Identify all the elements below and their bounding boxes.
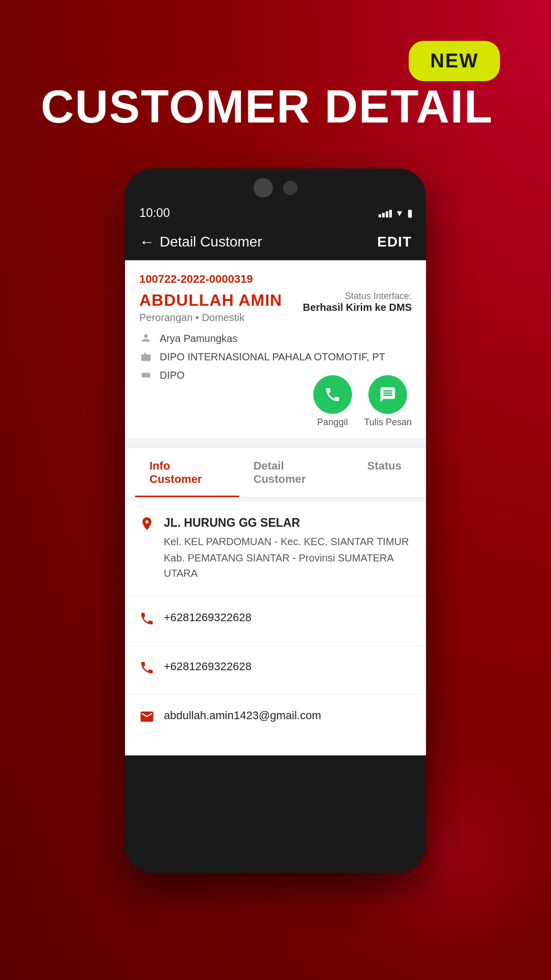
edit-button[interactable]: EDIT [377,234,412,250]
signal-icon [379,208,392,217]
phone2-item: +6281269322628 [139,658,412,679]
svg-point-4 [143,375,144,376]
address-kabprov: Kab. PEMATANG SIANTAR - Provinsi SUMATER… [164,550,412,581]
call-label: Panggil [317,417,348,428]
hero-title: CUSTOMER DETAIL [41,82,493,132]
tab-detail-customer[interactable]: Detail Customer [239,448,353,497]
status-bar: 10:00 ▾ ▮ [125,202,426,224]
customer-card: 100722-2022-0000319 ABDULLAH AMIN Perora… [125,260,426,438]
action-row: Panggil Tulis Pesan [313,375,412,428]
call-button[interactable] [313,375,352,414]
message-action[interactable]: Tulis Pesan [364,375,412,428]
location-icon [139,516,155,535]
info-section: JL. HURUNG GG SELAR Kel. KEL PARDOMUAN -… [125,502,426,755]
phone1-icon [139,611,155,630]
status-icons: ▾ ▮ [379,207,412,219]
message-label: Tulis Pesan [364,417,412,428]
email-icon [139,709,155,728]
customer-header: ABDULLAH AMIN Perorangan • Domestik Stat… [139,291,412,324]
phone1-item: +6281269322628 [139,609,412,630]
divider-3 [125,694,426,695]
message-button[interactable] [368,375,407,414]
tag-icon [139,369,153,382]
wifi-icon: ▾ [397,207,402,219]
new-badge: NEW [409,41,500,81]
customer-id: 100722-2022-0000319 [139,273,412,286]
phone-screen: 100722-2022-0000319 ABDULLAH AMIN Perora… [125,260,426,755]
address-kelkec: Kel. KEL PARDOMUAN - Kec. KEC. SIANTAR T… [164,534,412,549]
call-action[interactable]: Panggil [313,375,352,428]
app-header: ← Detail Customer EDIT [125,224,426,260]
email-item: abdullah.amin1423@gmail.com [139,707,412,728]
address-item: JL. HURUNG GG SELAR Kel. KEL PARDOMUAN -… [139,514,412,581]
dealer-row: DIPO INTERNASIONAL PAHALA OTOMOTIF, PT [139,350,412,363]
tab-bar: Info Customer Detail Customer Status [125,448,426,498]
back-button[interactable]: ← Detail Customer [139,233,262,251]
svg-point-0 [144,334,147,338]
tab-info-customer[interactable]: Info Customer [135,448,239,497]
battery-icon: ▮ [407,207,412,219]
address-text: JL. HURUNG GG SELAR Kel. KEL PARDOMUAN -… [164,514,412,581]
divider-1 [125,596,426,597]
email-address: abdullah.amin1423@gmail.com [164,707,321,724]
svg-rect-2 [144,356,145,358]
dealer-name: DIPO INTERNASIONAL PAHALA OTOMOTIF, PT [160,351,385,363]
tab-status[interactable]: Status [353,448,416,497]
customer-name: ABDULLAH AMIN [139,291,282,310]
status-time: 10:00 [139,206,170,220]
camera-small [283,181,297,195]
sales-person-name: Arya Pamungkas [160,333,237,345]
customer-type: Perorangan • Domestik [139,312,282,324]
header-title: Detail Customer [160,234,262,250]
phone2-icon [139,660,155,679]
card-separator [125,444,426,448]
dealer-code: DIPO [160,370,185,381]
phone1-number: +6281269322628 [164,609,252,626]
svg-rect-1 [141,354,151,361]
phone-top-bar [125,168,426,202]
status-value: Berhasil Kirim ke DMS [303,302,412,313]
camera-large [254,178,273,198]
building-icon [139,350,153,363]
status-label: Status Interface: [303,291,412,302]
sales-person-row: Arya Pamungkas [139,332,412,345]
status-info: Status Interface: Berhasil Kirim ke DMS [303,291,412,313]
person-icon [139,332,153,345]
phone2-number: +6281269322628 [164,658,252,675]
divider-2 [125,645,426,646]
phone-mockup: 10:00 ▾ ▮ ← Detail Customer EDIT 100722-… [125,168,426,873]
address-street: JL. HURUNG GG SELAR [164,514,412,532]
back-arrow-icon: ← [139,233,155,251]
